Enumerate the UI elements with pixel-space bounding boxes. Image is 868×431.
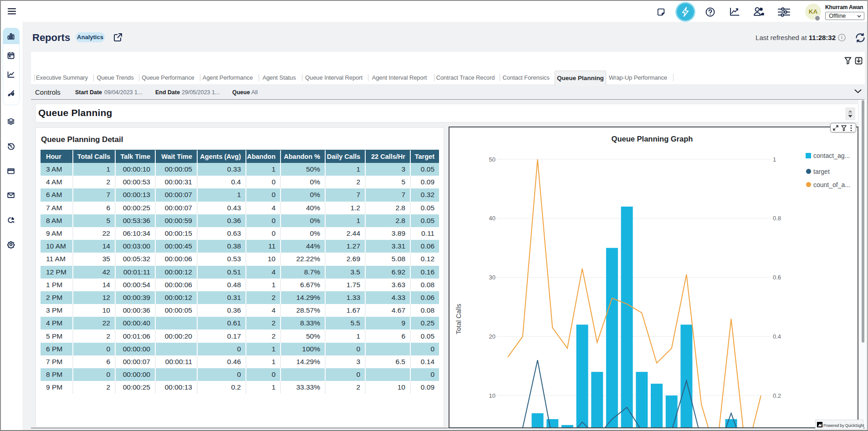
svg-text:0.4: 0.4 bbox=[773, 333, 781, 340]
svg-text:20: 20 bbox=[489, 333, 495, 340]
svg-text:50: 50 bbox=[489, 156, 495, 163]
svg-text:0.2: 0.2 bbox=[773, 392, 781, 399]
svg-text:1: 1 bbox=[773, 156, 776, 163]
svg-text:0.8: 0.8 bbox=[773, 215, 781, 222]
svg-text:10: 10 bbox=[489, 392, 495, 399]
svg-text:Total Calls: Total Calls bbox=[455, 304, 462, 335]
svg-text:30: 30 bbox=[489, 274, 495, 281]
svg-text:0.6: 0.6 bbox=[773, 274, 781, 281]
svg-text:40: 40 bbox=[489, 215, 495, 222]
svg-text:Queue Planning Graph: Queue Planning Graph bbox=[612, 135, 693, 143]
